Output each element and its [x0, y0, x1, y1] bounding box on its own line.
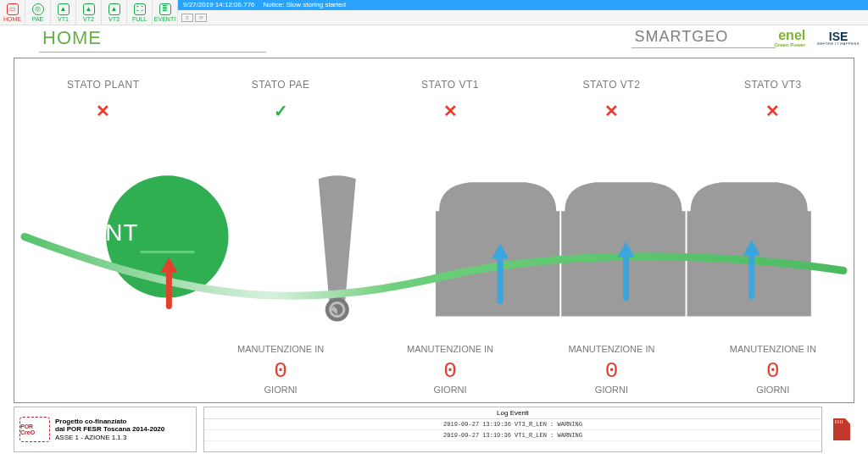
toolbar-item-label: VT3 [108, 16, 120, 22]
toolbar-item-label: VT1 [58, 16, 69, 22]
page-title: HOME [42, 27, 102, 49]
brand-enel-text: enel [778, 29, 805, 42]
svg-marker-1 [331, 307, 337, 315]
target-icon: ◎ [32, 3, 44, 15]
toolbar-icons: ▭ HOME ◎ PAE ▲ VT1 ▲ VT2 ▲ VT3 ⛶ FULL ≣ … [0, 0, 178, 25]
check-icon: ✓ [274, 102, 288, 120]
mini-control-icon[interactable]: ≡ [181, 14, 193, 22]
toolbar-item-eventi[interactable]: ≣ EVENTI [153, 0, 178, 25]
days-vt1: 0 [443, 358, 457, 384]
footer: POR CreO Progetto co-finanziato dal POR … [14, 407, 854, 452]
maintenance-days-row: 0 0 0 0 [14, 358, 854, 384]
toolbar-item-label: EVENTI [154, 16, 175, 22]
toolbar-item-pae[interactable]: ◎ PAE [25, 0, 51, 25]
header-underline [39, 52, 266, 53]
toolbar-item-full[interactable]: ⛶ FULL [127, 0, 153, 25]
toolbar-right: 9/27/2019 14:12:06.776 Notice: Slow stor… [178, 0, 868, 25]
brand-app: SMARTGEO [632, 28, 763, 48]
maint-label-vt1: MANUTENZIONE IN [407, 344, 493, 354]
toolbar-item-vt2[interactable]: ▲ VT2 [76, 0, 102, 25]
footer-log-title: Log Eventi [204, 407, 821, 419]
tower-icon: ▲ [83, 3, 95, 15]
toolbar-item-vt1[interactable]: ▲ VT1 [51, 0, 76, 25]
maint-label-vt3: MANUTENZIONE IN [730, 344, 816, 354]
footer-sdcard[interactable] [829, 407, 854, 452]
footer-project-text: Progetto co-finanziato dal POR FESR Tosc… [55, 418, 164, 442]
toolbar-item-label: HOME [3, 16, 21, 22]
svg-marker-11 [743, 240, 760, 255]
days-vt3: 0 [766, 358, 780, 384]
log-row: 2019-09-27 13:19:36 VT3_R_LEN : WARNING [204, 419, 821, 430]
svg-marker-9 [617, 241, 634, 257]
plant-circle-label: PLANT [14, 219, 182, 246]
toolbar-item-label: FULL [132, 16, 147, 22]
x-icon: ✕ [443, 102, 458, 120]
status-labels-row: STATO PLANT STATO PAE STATO VT1 STATO VT… [14, 79, 854, 91]
header: HOME SMARTGEO enel Green Power ISE BEFOR… [0, 25, 868, 51]
x-icon: ✕ [765, 102, 780, 120]
log-row: 2019-09-27 13:19:36 VT1_R_LEN : WARNING [204, 430, 821, 441]
brand-ise-text: ISE [829, 30, 849, 42]
monitor-icon: ▭ [7, 3, 19, 15]
notice-text: Notice: Slow storing started [264, 1, 346, 8]
label-vt3: STATO VT3 [744, 79, 802, 91]
label-vt2: STATO VT2 [583, 79, 641, 91]
days-pae: 0 [274, 358, 287, 384]
brand-enel: enel Green Power [774, 29, 805, 47]
status-icons-row: ✕ ✓ ✕ ✕ ✕ [14, 101, 854, 121]
brand-ise: ISE BEFORE IT HAPPENS [817, 30, 860, 46]
footer-log-box: Log Eventi 2019-09-27 13:19:36 VT3_R_LEN… [203, 407, 822, 452]
tower-icon: ▲ [58, 3, 70, 15]
unit-vt1: GIORNI [433, 385, 466, 395]
tower-icon: ▲ [108, 3, 120, 15]
maint-label-pae: MANUTENZIONE IN [237, 344, 324, 354]
footer-project-line2: dal POR FESR Toscana 2014-2020 [55, 425, 164, 433]
header-brands: SMARTGEO enel Green Power ISE BEFORE IT … [632, 28, 860, 48]
unit-vt2: GIORNI [595, 385, 628, 395]
sdcard-icon [833, 418, 850, 440]
label-pae: STATO PAE [252, 79, 310, 91]
maintenance-label-row: MANUTENZIONE IN MANUTENZIONE IN MANUTENZ… [14, 343, 854, 355]
maintenance-unit-row: GIORNI GIORNI GIORNI GIORNI [14, 384, 854, 396]
unit-pae: GIORNI [264, 385, 298, 395]
fullscreen-icon: ⛶ [134, 3, 146, 15]
toolbar: ▭ HOME ◎ PAE ▲ VT1 ▲ VT2 ▲ VT3 ⛶ FULL ≣ … [0, 0, 868, 25]
x-icon: ✕ [96, 102, 110, 120]
toolbar-item-home[interactable]: ▭ HOME [0, 0, 25, 25]
notice-time: 9/27/2019 14:12:06.776 [183, 1, 255, 8]
footer-project-line3: ASSE 1 - AZIONE 1.1.3 [55, 434, 126, 441]
mini-control-icon[interactable]: ⟳ [195, 14, 207, 22]
footer-project-box: POR CreO Progetto co-finanziato dal POR … [14, 407, 197, 452]
svg-point-0 [326, 298, 349, 322]
toolbar-item-label: PAE [32, 16, 44, 22]
list-icon: ≣ [159, 3, 171, 15]
label-plant: STATO PLANT [67, 79, 140, 91]
days-vt2: 0 [605, 358, 619, 384]
svg-marker-7 [492, 243, 509, 258]
x-icon: ✕ [604, 102, 619, 120]
svg-marker-5 [160, 257, 177, 272]
unit-vt3: GIORNI [756, 385, 789, 395]
label-vt1: STATO VT1 [421, 79, 479, 91]
main-panel: STATO PLANT STATO PAE STATO VT1 STATO VT… [14, 58, 854, 403]
toolbar-item-label: VT2 [83, 16, 94, 22]
por-creo-logo-icon: POR CreO [19, 417, 50, 442]
toolbar-item-vt3[interactable]: ▲ VT3 [102, 0, 127, 25]
brand-enel-sub: Green Power [774, 42, 805, 47]
toolbar-mini-controls: ≡ ⟳ [178, 10, 868, 25]
notice-bar: 9/27/2019 14:12:06.776 Notice: Slow stor… [178, 0, 868, 10]
maint-label-vt2: MANUTENZIONE IN [568, 344, 654, 354]
footer-project-title: Progetto co-finanziato [55, 418, 126, 425]
brand-ise-sub: BEFORE IT HAPPENS [817, 42, 860, 46]
